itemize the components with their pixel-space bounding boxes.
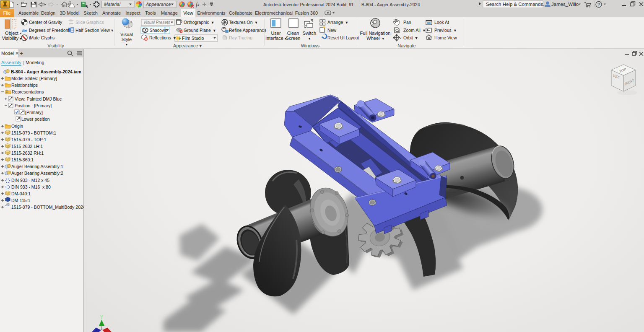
svg-text:Appearance: Appearance bbox=[145, 2, 171, 7]
svg-text:James_Willo: James_Willo bbox=[551, 2, 579, 7]
svg-text:fx: fx bbox=[196, 2, 200, 8]
svg-text:Search Help & Commands...: Search Help & Commands... bbox=[486, 2, 547, 7]
svg-text:Material: Material bbox=[104, 2, 121, 7]
svg-text:?: ? bbox=[597, 2, 600, 7]
